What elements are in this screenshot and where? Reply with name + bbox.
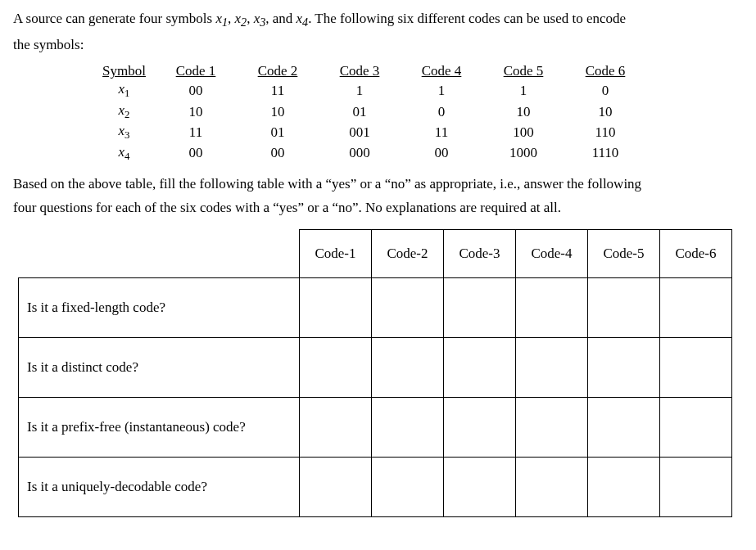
- row-sym: x2: [93, 101, 155, 122]
- problem-intro-line2: the symbols:: [13, 36, 743, 55]
- cell: 0: [401, 101, 482, 122]
- ans-hdr-code2: Code-2: [372, 229, 444, 277]
- answer-cell[interactable]: [660, 277, 732, 337]
- cell: 1: [482, 80, 564, 101]
- ans-hdr-code6: Code-6: [660, 229, 732, 277]
- answer-cell[interactable]: [588, 457, 660, 516]
- blank-corner: [19, 229, 300, 277]
- cell: 00: [155, 80, 237, 101]
- question-fixed-length: Is it a fixed-length code?: [19, 277, 300, 337]
- row-sym: x3: [93, 122, 155, 142]
- answer-cell[interactable]: [444, 337, 516, 397]
- ans-hdr-code1: Code-1: [300, 229, 372, 277]
- answer-cell[interactable]: [300, 277, 372, 337]
- problem-intro-line1: A source can generate four symbols x1, x…: [13, 10, 743, 31]
- cell: 100: [482, 122, 564, 142]
- codes-header-row: Symbol Code 1 Code 2 Code 3 Code 4 Code …: [93, 62, 646, 80]
- codes-row: x2 10 10 01 0 10 10: [93, 101, 646, 122]
- answer-cell[interactable]: [660, 337, 732, 397]
- hdr-code5: Code 5: [482, 62, 564, 80]
- cell: 1: [401, 80, 482, 101]
- answer-row: Is it a uniquely-decodable code?: [19, 457, 732, 516]
- answer-cell[interactable]: [300, 397, 372, 457]
- answer-cell[interactable]: [588, 277, 660, 337]
- answer-row: Is it a prefix-free (instantaneous) code…: [19, 397, 732, 457]
- question-prefix-free: Is it a prefix-free (instantaneous) code…: [19, 397, 300, 457]
- cell: 00: [155, 143, 237, 164]
- hdr-code4: Code 4: [401, 62, 482, 80]
- cell: 11: [237, 80, 319, 101]
- cell: 1110: [564, 143, 646, 164]
- cell: 01: [319, 101, 401, 122]
- row-sym: x1: [93, 80, 155, 101]
- instructions-line1: Based on the above table, fill the follo…: [13, 175, 743, 194]
- answer-cell[interactable]: [588, 397, 660, 457]
- ans-hdr-code5: Code-5: [588, 229, 660, 277]
- hdr-code2: Code 2: [237, 62, 319, 80]
- hdr-symbol: Symbol: [93, 62, 155, 80]
- answer-cell[interactable]: [516, 397, 588, 457]
- sym-x1: x1: [215, 11, 228, 26]
- ans-hdr-code3: Code-3: [444, 229, 516, 277]
- answer-row: Is it a distinct code?: [19, 337, 732, 397]
- answer-cell[interactable]: [300, 457, 372, 516]
- answer-cell[interactable]: [516, 337, 588, 397]
- answer-cell[interactable]: [516, 457, 588, 516]
- answer-cell[interactable]: [372, 337, 444, 397]
- cell: 11: [401, 122, 482, 142]
- row-sym: x4: [93, 143, 155, 164]
- cell: 001: [319, 122, 401, 142]
- cell: 1000: [482, 143, 564, 164]
- answer-header-row: Code-1 Code-2 Code-3 Code-4 Code-5 Code-…: [19, 229, 732, 277]
- question-distinct: Is it a distinct code?: [19, 337, 300, 397]
- sym-x3: x3: [254, 11, 266, 26]
- answer-cell[interactable]: [300, 337, 372, 397]
- cell: 11: [155, 122, 237, 142]
- answer-cell[interactable]: [444, 457, 516, 516]
- cell: 10: [482, 101, 564, 122]
- cell: 10: [564, 101, 646, 122]
- cell: 10: [237, 101, 319, 122]
- cell: 10: [155, 101, 237, 122]
- intro-text: A source can generate four symbols: [13, 11, 215, 26]
- cell: 00: [401, 143, 482, 164]
- answer-row: Is it a fixed-length code?: [19, 277, 732, 337]
- answer-cell[interactable]: [516, 277, 588, 337]
- answer-cell[interactable]: [372, 277, 444, 337]
- cell: 1: [319, 80, 401, 101]
- answer-cell[interactable]: [372, 397, 444, 457]
- cell: 00: [237, 143, 319, 164]
- answer-cell[interactable]: [660, 397, 732, 457]
- cell: 0: [564, 80, 646, 101]
- ans-hdr-code4: Code-4: [516, 229, 588, 277]
- codes-row: x4 00 00 000 00 1000 1110: [93, 143, 646, 164]
- cell: 01: [237, 122, 319, 142]
- sym-x2: x2: [235, 11, 247, 26]
- answer-table: Code-1 Code-2 Code-3 Code-4 Code-5 Code-…: [18, 229, 732, 517]
- codes-table: Symbol Code 1 Code 2 Code 3 Code 4 Code …: [93, 62, 646, 164]
- sym-x4: x4: [297, 11, 309, 26]
- cell: 110: [564, 122, 646, 142]
- answer-cell[interactable]: [444, 277, 516, 337]
- cell: 000: [319, 143, 401, 164]
- answer-cell[interactable]: [660, 457, 732, 516]
- answer-cell[interactable]: [588, 337, 660, 397]
- codes-row: x3 11 01 001 11 100 110: [93, 122, 646, 142]
- hdr-code1: Code 1: [155, 62, 237, 80]
- answer-cell[interactable]: [444, 397, 516, 457]
- codes-row: x1 00 11 1 1 1 0: [93, 80, 646, 101]
- instructions-line2: four questions for each of the six codes…: [13, 199, 743, 218]
- hdr-code3: Code 3: [319, 62, 401, 80]
- hdr-code6: Code 6: [564, 62, 646, 80]
- answer-cell[interactable]: [372, 457, 444, 516]
- question-uniquely-decodable: Is it a uniquely-decodable code?: [19, 457, 300, 516]
